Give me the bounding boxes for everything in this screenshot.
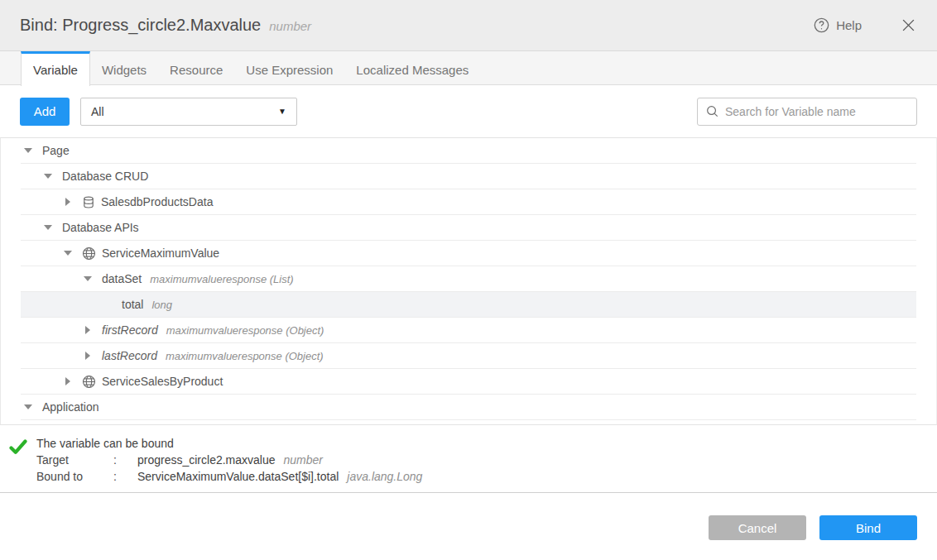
tree-row-servicemaximumvalue[interactable]: ServiceMaximumValue <box>21 241 916 266</box>
tree-node-label: total <box>122 298 143 311</box>
tree-row-application[interactable]: Application <box>21 395 916 420</box>
caret-right-icon[interactable] <box>60 198 75 206</box>
status-row-colon: : <box>113 452 137 468</box>
status-message: The variable can be bound <box>36 435 422 452</box>
status-row-value: progress_circle2.maxvalue <box>137 452 276 468</box>
titlebar-actions: Help <box>814 17 917 34</box>
tab-variable[interactable]: Variable <box>21 51 90 86</box>
dropdown-caret-icon: ▼ <box>278 107 286 116</box>
status-row-label: Target <box>36 452 113 468</box>
toolbar: Add All ▼ <box>0 85 937 137</box>
tab-widgets[interactable]: Widgets <box>90 51 158 85</box>
tab-resource[interactable]: Resource <box>158 51 234 85</box>
database-icon <box>82 195 95 209</box>
status-body: The variable can be bound Target:progres… <box>36 435 422 492</box>
filter-dropdown[interactable]: All ▼ <box>80 98 297 126</box>
tree-node-label: Database APIs <box>62 221 139 234</box>
search-input[interactable] <box>725 105 908 118</box>
add-button[interactable]: Add <box>20 98 70 126</box>
caret-down-icon[interactable] <box>60 251 75 256</box>
status-row-target: Target:progress_circle2.maxvaluenumber <box>36 452 422 468</box>
dialog-footer: Cancel Bind <box>0 492 937 560</box>
tree-node-label: ServiceSalesByProduct <box>102 375 223 388</box>
filter-value: All <box>91 105 104 118</box>
tree-node-label: dataSet <box>102 272 142 285</box>
check-icon <box>9 435 36 492</box>
tree-row-database-apis[interactable]: Database APIs <box>21 215 916 241</box>
tree-row-servicesalesbyproduct[interactable]: ServiceSalesByProduct <box>21 369 916 395</box>
status-row-value: ServiceMaximumValue.dataSet[$i].total <box>137 468 339 485</box>
tree-node-type: maximumvalueresponse (List) <box>150 273 293 285</box>
close-button[interactable] <box>900 17 917 34</box>
globe-icon <box>82 375 96 389</box>
tree-node-type: maximumvalueresponse (Object) <box>166 350 324 362</box>
status-row-type: java.lang.Long <box>347 468 422 485</box>
help-button[interactable]: Help <box>814 17 862 33</box>
caret-down-icon[interactable] <box>21 148 36 153</box>
globe-icon <box>82 246 96 261</box>
caret-right-icon[interactable] <box>80 326 95 334</box>
tree-row-database-crud[interactable]: Database CRUD <box>21 164 916 189</box>
tree-node-label: firstRecord <box>102 323 158 337</box>
tab-use-expression[interactable]: Use Expression <box>234 51 344 85</box>
tree-row-page[interactable]: Page <box>21 138 916 164</box>
caret-down-icon[interactable] <box>41 225 55 230</box>
caret-down-icon[interactable] <box>80 276 95 281</box>
tree-node-label: lastRecord <box>102 349 157 362</box>
status-detail-rows: Target:progress_circle2.maxvaluenumberBo… <box>36 452 422 485</box>
tree-node-type: long <box>151 299 172 311</box>
dialog-title: Bind: Progress_circle2.Maxvalue <box>20 16 261 35</box>
help-icon <box>814 17 829 33</box>
tree-node-label: ServiceMaximumValue <box>102 246 219 260</box>
binding-status: The variable can be bound Target:progres… <box>0 425 937 492</box>
search-box <box>697 98 917 126</box>
tree-node-label: Application <box>42 400 99 414</box>
caret-down-icon[interactable] <box>21 404 36 409</box>
status-row-type: number <box>284 452 323 468</box>
tree-row-total[interactable]: totallong <box>21 292 916 318</box>
variable-tree: PageDatabase CRUDSalesdbProductsDataData… <box>0 137 937 425</box>
close-icon <box>901 18 915 32</box>
status-row-colon: : <box>113 468 137 485</box>
help-label: Help <box>836 18 862 32</box>
dialog-titlebar: Bind: Progress_circle2.Maxvalue number H… <box>0 0 937 51</box>
tree-node-label: Database CRUD <box>62 170 148 183</box>
cancel-button[interactable]: Cancel <box>709 515 806 540</box>
dialog-title-type: number <box>269 19 311 33</box>
bind-button[interactable]: Bind <box>819 515 917 540</box>
tree-row-salesdbproductsdata[interactable]: SalesdbProductsData <box>21 189 916 215</box>
caret-right-icon[interactable] <box>80 352 95 360</box>
search-icon <box>706 105 718 117</box>
caret-right-icon[interactable] <box>60 377 75 385</box>
tree-node-label: Page <box>42 144 70 157</box>
status-row-label: Bound to <box>36 468 113 485</box>
tree-row-lastrecord[interactable]: lastRecordmaximumvalueresponse (Object) <box>21 343 916 369</box>
tree-row-firstrecord[interactable]: firstRecordmaximumvalueresponse (Object) <box>21 318 916 343</box>
bind-dialog: Bind: Progress_circle2.Maxvalue number H… <box>0 0 937 560</box>
tree-row-dataset[interactable]: dataSetmaximumvalueresponse (List) <box>21 266 916 292</box>
caret-down-icon[interactable] <box>41 174 55 179</box>
status-row-bound-to: Bound to:ServiceMaximumValue.dataSet[$i]… <box>36 468 422 485</box>
tree-node-label: SalesdbProductsData <box>101 195 213 208</box>
tab-bar: VariableWidgetsResourceUse ExpressionLoc… <box>0 51 937 85</box>
tab-localized-messages[interactable]: Localized Messages <box>344 51 480 85</box>
tree-node-type: maximumvalueresponse (Object) <box>166 324 324 337</box>
